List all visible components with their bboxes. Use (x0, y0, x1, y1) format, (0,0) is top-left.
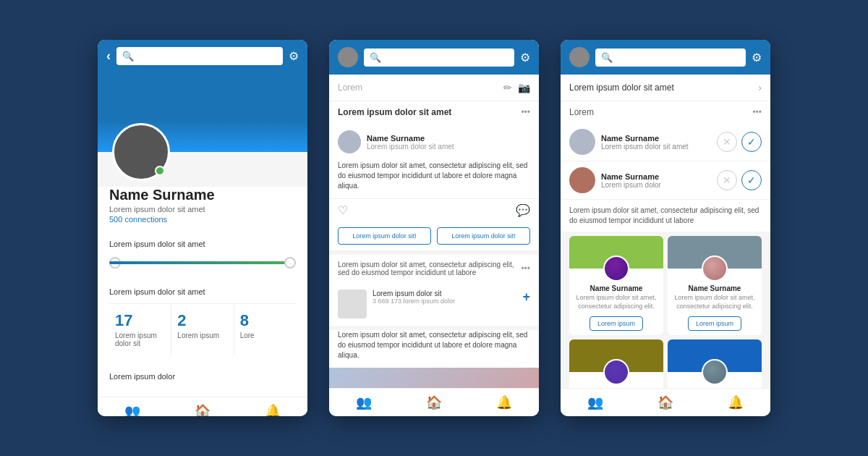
card-sub-0: Lorem ipsum dolor sit amet, consectetur … (569, 292, 663, 312)
gear-icon-2[interactable]: ⚙ (520, 51, 530, 64)
post-actions-1: ♡ 💬 (329, 198, 539, 221)
suggestion-text: Lorem ipsum dolor sit amet, consectetur … (561, 200, 770, 232)
suggest-btn-2[interactable]: Lorem ipsum dolor sit! (437, 227, 530, 245)
suggest-btn-1[interactable]: Lorem ipsum dolor sit! (338, 227, 431, 245)
camera-icon[interactable]: 📷 (518, 82, 530, 93)
nav-home-icon-1[interactable]: 🏠 (195, 403, 210, 416)
post-author-1: Name Surname (367, 134, 530, 143)
post-date-1: Lorem ipsum dolor sit amet (367, 143, 530, 151)
back-icon[interactable]: ‹ (106, 48, 111, 64)
story-placeholder: Lorem (338, 83, 498, 93)
nav-people-icon-3[interactable]: 👥 (587, 394, 603, 410)
card-btn-0[interactable]: Lorem ipsum (590, 316, 643, 331)
person-card-2 (569, 339, 663, 388)
search-bar-2[interactable]: 🔍 (364, 48, 514, 67)
conn-sub-1: Lorem ipsum dolor (601, 181, 711, 189)
bottom-nav-2: 👥 🏠 🔔 (329, 388, 539, 416)
conn-actions-1: ✕ ✓ (717, 170, 762, 190)
card-sub-1: Lorem ipsum dolor sit amet, consectetur … (668, 292, 762, 312)
stat-label-0: Lorem ipsum dolor sit (115, 332, 165, 347)
profile-subtitle: Lorem ipsum dolor sit amet (109, 205, 296, 214)
post-text-3: Lorem ipsum dolor sit amet, consectetur … (329, 330, 539, 368)
post2-header: Lorem ipsum dolor sit 3 669 173 lorem ip… (329, 282, 539, 326)
nav-home-icon-3[interactable]: 🏠 (658, 394, 673, 410)
search-icon-3: 🔍 (601, 52, 613, 63)
post2-info: Lorem ipsum dolor sit 3 669 173 lorem ip… (373, 290, 516, 305)
stat-num-0: 17 (115, 311, 165, 330)
conn-info-1: Name Surname Lorem ipsum dolor (601, 172, 711, 189)
card-avatar-item-2 (603, 359, 629, 385)
accept-btn-0[interactable]: ✓ (741, 132, 762, 152)
nav-people-icon-2[interactable]: 👥 (356, 394, 372, 410)
profile-name: Name Surname (109, 187, 296, 203)
bottom-nav-3: 👥 🏠 🔔 (561, 388, 770, 416)
slider-track (109, 261, 296, 264)
search-bar-1[interactable]: 🔍 (116, 47, 283, 65)
nav-bell-icon-3[interactable]: 🔔 (728, 394, 744, 410)
nav-bell-icon-1[interactable]: 🔔 (265, 403, 281, 416)
slider-thumb-right[interactable] (284, 257, 296, 269)
conn-sub-0: Lorem ipsum dolor sit amet (601, 143, 711, 151)
accept-btn-1[interactable]: ✓ (741, 170, 762, 190)
card-banner-1 (668, 236, 762, 269)
post-header-1: Name Surname Lorem ipsum dolor sit amet (329, 123, 539, 161)
header-avatar-2 (338, 47, 358, 67)
conn-avatar-0 (569, 129, 595, 155)
like-icon-1[interactable]: ♡ (338, 203, 348, 217)
conn-name-0: Name Surname (601, 134, 711, 143)
nav-home-icon-2[interactable]: 🏠 (426, 394, 442, 410)
post-dots-2: ••• (521, 263, 530, 274)
nav-people-icon-1[interactable]: 👥 (124, 403, 140, 416)
nav-bell-icon-2[interactable]: 🔔 (496, 394, 512, 410)
chevron-icon[interactable]: › (758, 82, 762, 93)
card-name-0: Name Surname (587, 284, 646, 292)
post2-thumb (338, 290, 367, 318)
card-banner-0 (569, 236, 663, 269)
conn-actions-0: ✕ ✓ (717, 132, 762, 152)
connection-item-0: Name Surname Lorem ipsum dolor sit amet … (561, 123, 770, 161)
comment-icon-1[interactable]: 💬 (516, 203, 530, 217)
search-icon-2: 🔍 (370, 52, 381, 63)
post-author-block-1: Name Surname Lorem ipsum dolor sit amet (367, 134, 530, 151)
person-card-0: Name Surname Lorem ipsum dolor sit amet,… (569, 236, 663, 335)
slider[interactable] (109, 256, 296, 270)
post2-plus-icon[interactable]: + (522, 290, 530, 305)
edit-icon[interactable]: ✏ (503, 82, 512, 93)
person-card-3 (668, 339, 762, 388)
post-card-2: Lorem ipsum dolor sit amet, consectetur … (329, 255, 539, 326)
bottom-nav-1: 👥 🏠 🔔 (98, 397, 307, 416)
header-1: ‹ 🔍 ⚙ (98, 40, 307, 72)
search-bar-3[interactable]: 🔍 (595, 48, 746, 67)
post-section-title: Lorem ipsum dolor sit amet (338, 107, 451, 117)
online-indicator (155, 166, 165, 176)
reject-btn-1[interactable]: ✕ (717, 170, 737, 190)
connections-body: Lorem ipsum dolor sit amet › Lorem ••• N… (561, 75, 770, 388)
slider-title: Lorem ipsum dolor sit amet (109, 240, 296, 248)
profile-avatar (112, 123, 170, 181)
section1-header: Lorem ipsum dolor sit amet › (561, 75, 770, 101)
card-banner-3 (668, 339, 762, 372)
stats-title: Lorem ipsum dolor sit amet (109, 287, 296, 296)
card-btn-1[interactable]: Lorem ipsum (688, 316, 741, 331)
card-avatar-item-1 (702, 256, 728, 282)
post-card-3: Lorem ipsum dolor sit amet, consectetur … (329, 330, 539, 388)
section2-title: Lorem (569, 107, 594, 117)
gear-icon-3[interactable]: ⚙ (752, 51, 762, 64)
header-3: 🔍 ⚙ (561, 40, 770, 75)
lorem-section: Lorem ipsum dolor (98, 363, 307, 397)
stat-num-1: 2 (177, 311, 227, 330)
reject-btn-0[interactable]: ✕ (717, 132, 737, 152)
stat-cell-2: 8 Lore (234, 304, 296, 355)
person-card-1: Name Surname Lorem ipsum dolor sit amet,… (668, 236, 762, 335)
profile-avatar-wrap (112, 123, 170, 181)
stat-cell-1: 2 Lorem ipsum (171, 304, 234, 355)
post-dots-1: ••• (521, 107, 530, 117)
suggestion-row: Lorem ipsum dolor sit! Lorem ipsum dolor… (329, 221, 539, 250)
stat-label-2: Lore (240, 332, 290, 339)
phone-profile: ‹ 🔍 ⚙ Name Surname Lorem ipsum dolor sit… (98, 40, 307, 416)
gear-icon-1[interactable]: ⚙ (289, 49, 299, 63)
connection-item-1: Name Surname Lorem ipsum dolor ✕ ✓ (561, 161, 770, 200)
story-input[interactable]: Lorem ✏ 📷 (329, 75, 539, 101)
slider-section: Lorem ipsum dolor sit amet (98, 231, 307, 279)
profile-connections[interactable]: 500 connections (109, 215, 296, 224)
